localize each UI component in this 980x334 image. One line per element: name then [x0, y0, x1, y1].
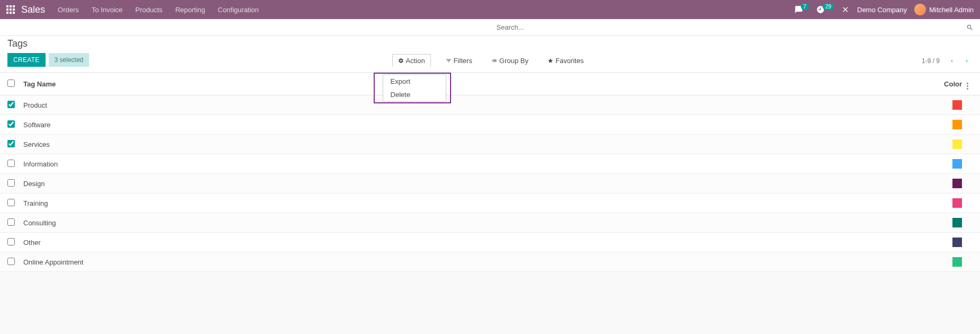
table-row[interactable]: Services [0, 135, 980, 154]
nav-link-configuration[interactable]: Configuration [218, 6, 259, 14]
col-header-color[interactable]: Color [930, 80, 962, 88]
row-name: Other [23, 239, 930, 247]
table-row[interactable]: Product [0, 95, 980, 115]
favorites-label: Favorites [555, 57, 584, 65]
color-swatch [952, 238, 962, 247]
nav-right: 7 29 Demo Company Mitchell Admin [794, 4, 974, 15]
row-name: Online Appointment [23, 258, 930, 266]
color-swatch [952, 120, 962, 129]
row-name: Training [23, 199, 930, 207]
dropdown-item-delete[interactable]: Delete [383, 88, 446, 101]
row-name: Product [23, 101, 930, 109]
row-name: Design [23, 180, 930, 188]
control-bar: Tags CREATE 3 selected Action Export Del… [0, 36, 980, 73]
row-name: Information [23, 160, 930, 168]
apps-icon[interactable] [6, 5, 15, 14]
top-navbar: Sales Orders To Invoice Products Reporti… [0, 0, 980, 19]
table-header: Tag Name Color [0, 73, 980, 95]
col-header-name[interactable]: Tag Name [23, 80, 930, 88]
row-name: Services [23, 140, 930, 148]
list-icon [491, 58, 497, 64]
app-brand[interactable]: Sales [21, 4, 45, 15]
activity-badge: 29 [823, 3, 834, 10]
chevron-right-icon [964, 57, 969, 65]
pager-prev-button[interactable] [946, 55, 958, 67]
row-checkbox[interactable] [7, 238, 15, 245]
table-row[interactable]: Design [0, 174, 980, 194]
action-label: Action [406, 57, 425, 65]
activities-button[interactable]: 29 [816, 5, 834, 14]
action-dropdown: Export Delete [383, 74, 446, 102]
table-row[interactable]: Information [0, 154, 980, 174]
row-checkbox[interactable] [7, 179, 15, 187]
search-row [0, 19, 980, 36]
gear-icon [398, 58, 404, 64]
nav-link-orders[interactable]: Orders [58, 6, 79, 14]
avatar [914, 4, 926, 15]
row-checkbox[interactable] [7, 120, 15, 128]
dropdown-item-export[interactable]: Export [383, 75, 446, 88]
groupby-label: Group By [499, 57, 528, 65]
selection-count-button[interactable]: 3 selected [49, 53, 90, 67]
page-title: Tags [7, 38, 28, 49]
search-icon[interactable] [966, 24, 974, 31]
nav-link-reporting[interactable]: Reporting [175, 6, 205, 14]
favorites-button[interactable]: Favorites [543, 55, 588, 67]
pager-next-button[interactable] [961, 55, 973, 67]
row-name: Consulting [23, 219, 930, 227]
color-swatch [952, 159, 962, 169]
select-all-checkbox[interactable] [7, 80, 15, 87]
nav-link-products[interactable]: Products [135, 6, 162, 14]
col-options-button[interactable] [962, 78, 973, 90]
nav-links: Orders To Invoice Products Reporting Con… [58, 6, 259, 14]
chat-badge: 7 [801, 3, 809, 10]
color-swatch [952, 100, 962, 110]
chevron-left-icon [949, 57, 955, 65]
nav-link-toinvoice[interactable]: To Invoice [92, 6, 123, 14]
row-checkbox[interactable] [7, 218, 15, 226]
tags-table: Tag Name Color ProductSoftwareServicesIn… [0, 73, 980, 272]
color-swatch [952, 179, 962, 188]
pager-text[interactable]: 1-9 / 9 [922, 57, 940, 65]
create-button[interactable]: CREATE [7, 53, 46, 67]
tray-close-icon[interactable] [841, 5, 850, 14]
funnel-icon [446, 58, 452, 64]
table-row[interactable]: Online Appointment [0, 252, 980, 272]
search-input[interactable] [497, 23, 967, 31]
user-name: Mitchell Admin [929, 6, 974, 14]
table-row[interactable]: Other [0, 233, 980, 252]
row-checkbox[interactable] [7, 140, 15, 147]
color-swatch [952, 139, 962, 149]
row-checkbox[interactable] [7, 258, 15, 265]
row-checkbox[interactable] [7, 101, 15, 108]
row-checkbox[interactable] [7, 160, 15, 167]
table-row[interactable]: Consulting [0, 213, 980, 233]
row-name: Software [23, 121, 930, 129]
star-icon [548, 58, 553, 64]
row-checkbox[interactable] [7, 199, 15, 206]
color-swatch [952, 218, 962, 227]
color-swatch [952, 257, 962, 267]
company-switcher[interactable]: Demo Company [857, 6, 907, 14]
table-row[interactable]: Software [0, 115, 980, 135]
action-button[interactable]: Action [392, 54, 431, 67]
groupby-button[interactable]: Group By [487, 55, 533, 67]
messages-button[interactable]: 7 [794, 5, 809, 14]
dots-vertical-icon [967, 83, 968, 90]
table-row[interactable]: Training [0, 194, 980, 213]
user-menu[interactable]: Mitchell Admin [914, 4, 974, 15]
filters-button[interactable]: Filters [442, 55, 476, 67]
filters-label: Filters [454, 57, 472, 65]
color-swatch [952, 198, 962, 208]
